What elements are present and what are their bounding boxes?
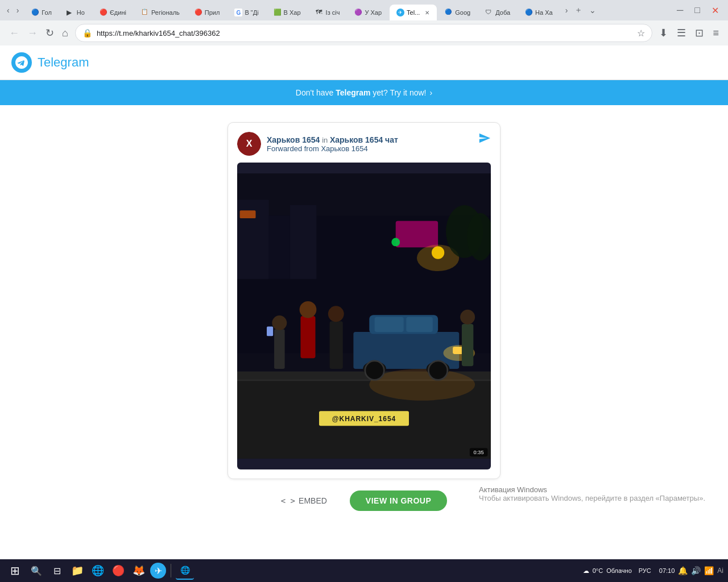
channel-link[interactable]: Харьков 1654 — [267, 135, 322, 144]
svg-point-4 — [391, 238, 400, 246]
tab-regional[interactable]: 📋 Регіональ — [134, 5, 187, 20]
tab-ukhar[interactable]: 🟣 У Хар — [348, 5, 388, 20]
start-button[interactable]: ⊞ — [5, 560, 25, 581]
tab-label-gol: Гол — [42, 9, 52, 16]
more-tabs-btn[interactable]: › — [563, 3, 570, 17]
tab-dropdown-btn[interactable]: ⌄ — [587, 3, 598, 17]
taskbar-temp: 0°С — [593, 567, 603, 574]
url-bar[interactable]: 🔒 https://t.me/kharkiv1654_chat/396362 ☆ — [75, 24, 653, 42]
telegram-main: X Харьков 1654 in Харьков 1654 чат — [0, 105, 728, 528]
in-text: in — [322, 136, 330, 144]
tab-label-vkhar: В Хар — [284, 9, 301, 16]
svg-point-32 — [272, 315, 287, 330]
telegram-brand-name: Telegram — [38, 55, 89, 70]
tab-pril[interactable]: 🔴 Прил — [188, 5, 227, 20]
tab-favicon-vkhar: 🟩 — [274, 9, 282, 16]
telegram-logo — [11, 52, 32, 73]
taskbar-task-view[interactable]: ⊟ — [48, 562, 66, 580]
telegram-banner[interactable]: Don't have Telegram yet? Try it now!› — [0, 80, 728, 105]
tab-favicon-pril: 🔴 — [195, 9, 202, 16]
toolbar-icons: ⬇ ☰ ⊡ ≡ — [657, 24, 721, 41]
tab-telegram[interactable]: ✈ Tel... ✕ — [390, 5, 437, 20]
back-btn[interactable]: ← — [7, 25, 22, 41]
tab-favicon-doba: 🛡 — [485, 9, 493, 16]
tab-favicon-nakha: 🔵 — [525, 9, 533, 16]
taskbar: ⊞ 🔍 ⊟ 📁 🌐 🔴 🦊 ✈ 🌐 ☁ 0°С Облачно РУС 07:1… — [0, 559, 728, 582]
home-btn[interactable]: ⌂ — [60, 25, 71, 41]
banner-suffix: yet? Try it now! — [370, 88, 426, 97]
svg-rect-33 — [267, 327, 273, 336]
tab-favicon-ukhar: 🟣 — [354, 9, 362, 16]
tab-nakha[interactable]: 🔵 На Ха — [518, 5, 560, 20]
svg-rect-29 — [330, 321, 343, 369]
tab-label-no: Но — [77, 9, 85, 16]
split-icon[interactable]: ⊡ — [693, 24, 706, 41]
new-tab-btn[interactable]: ＋ — [572, 3, 585, 18]
video-thumbnail[interactable]: @KHARKIV_1654 0:35 — [237, 163, 491, 469]
tab-actions: › ＋ ⌄ — [563, 3, 599, 18]
forward-label: Forwarded from — [267, 144, 319, 153]
tab-sich[interactable]: 🗺 Із січ — [309, 5, 347, 20]
tab-vkhar[interactable]: 🟩 В Хар — [267, 5, 308, 20]
channel-info: Харьков 1654 in Харьков 1654 чат Forward… — [267, 135, 398, 153]
bookmark-icon[interactable]: ☆ — [637, 28, 645, 39]
svg-point-16 — [369, 369, 475, 401]
tab-gol[interactable]: 🔵 Гол — [24, 5, 59, 20]
tab-label-sich: Із січ — [326, 9, 340, 16]
forward-btn[interactable]: → — [25, 25, 40, 41]
taskbar-browser-active[interactable]: 🌐 — [176, 562, 194, 580]
taskbar-notification-icon[interactable]: 🔔 — [678, 566, 688, 575]
tabs-back-arrow[interactable]: ‹ — [5, 5, 12, 16]
sidebar-icon[interactable]: ☰ — [675, 24, 688, 41]
tab-doba[interactable]: 🛡 Доба — [478, 5, 517, 20]
taskbar-telegram[interactable]: ✈ — [150, 563, 166, 579]
taskbar-network-icon[interactable]: 📶 — [704, 566, 714, 575]
forward-source: Харьков 1654 — [321, 144, 367, 153]
tab-label-google: Goog — [455, 9, 470, 16]
tab-favicon-g: G — [234, 9, 242, 16]
view-in-group-button[interactable]: VIEW IN GROUP — [350, 490, 447, 511]
taskbar-weather-text: Облачно — [606, 567, 632, 574]
taskbar-volume-icon[interactable]: 🔊 — [691, 566, 701, 575]
tab-favicon-no: ▶ — [67, 9, 75, 16]
download-icon[interactable]: ⬇ — [657, 24, 670, 41]
tab-no[interactable]: ▶ Но — [60, 5, 92, 20]
tabs-forward-arrow[interactable]: › — [14, 5, 22, 16]
telegram-send-icon[interactable] — [478, 132, 491, 147]
tab-g[interactable]: G В "Ді — [228, 5, 265, 20]
svg-rect-9 — [290, 205, 316, 279]
tab-label-ukhar: У Хар — [365, 9, 382, 16]
minimize-btn[interactable]: ─ — [672, 4, 688, 16]
embed-button[interactable]: < > EMBED — [281, 496, 327, 505]
taskbar-search[interactable]: 🔍 — [27, 562, 46, 580]
tab-close-telegram[interactable]: ✕ — [424, 9, 430, 16]
tab-google[interactable]: 🔵 Goog — [438, 5, 477, 20]
svg-point-28 — [300, 301, 317, 318]
channel-name-text: Харьков 1654 — [267, 135, 320, 144]
menu-icon[interactable]: ≡ — [710, 25, 721, 41]
maximize-btn[interactable]: □ — [690, 4, 705, 16]
tab-favicon-sich: 🗺 — [316, 9, 324, 16]
banner-brand: Telegram — [336, 88, 370, 97]
tab-label-doba: Доба — [495, 9, 510, 16]
taskbar-firefox[interactable]: 🦊 — [130, 562, 148, 580]
view-btn-label: VIEW IN GROUP — [366, 496, 431, 505]
svg-point-6 — [432, 246, 444, 259]
taskbar-weather-icon: ☁ — [583, 567, 589, 575]
taskbar-chrome[interactable]: 🔴 — [109, 562, 127, 580]
tab-favicon-google: 🔵 — [445, 9, 453, 16]
action-buttons: < > EMBED VIEW IN GROUP — [281, 490, 448, 511]
taskbar-folder[interactable]: 📁 — [68, 562, 86, 580]
message-card: X Харьков 1654 in Харьков 1654 чат — [228, 122, 500, 479]
svg-text:@KHARKIV_1654: @KHARKIV_1654 — [332, 415, 396, 423]
security-icon: 🔒 — [82, 28, 92, 38]
nav-buttons: ← → ↻ ⌂ — [7, 24, 71, 41]
address-bar: ← → ↻ ⌂ 🔒 https://t.me/kharkiv1654_chat/… — [0, 20, 728, 45]
tab-yedyni[interactable]: 🔴 Єдині — [93, 5, 133, 20]
taskbar-edge[interactable]: 🌐 — [89, 562, 107, 580]
chat-link[interactable]: Харьков 1654 чат — [330, 135, 398, 144]
svg-rect-3 — [396, 221, 438, 247]
refresh-btn[interactable]: ↻ — [43, 24, 56, 41]
close-btn[interactable]: ✕ — [707, 4, 723, 17]
embed-label: EMBED — [299, 496, 327, 505]
